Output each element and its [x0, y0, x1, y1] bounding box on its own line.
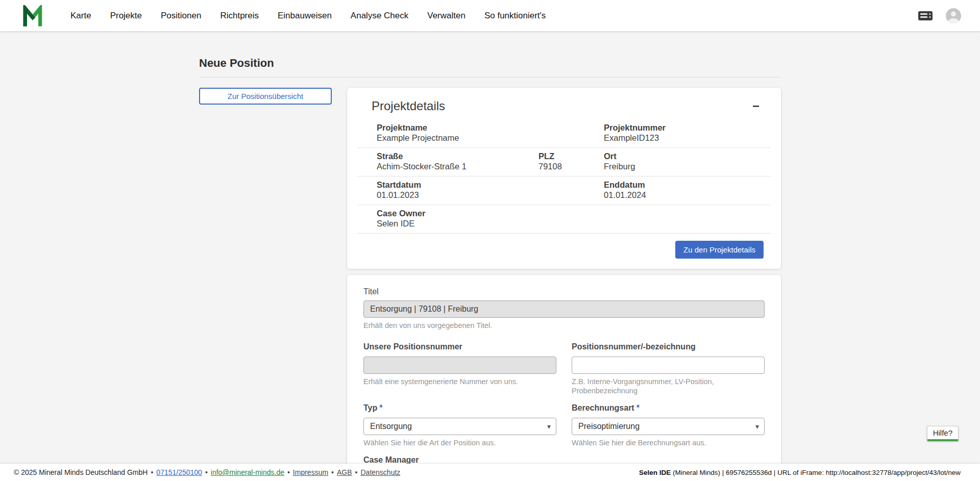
form-grid: Unsere Positionsnummer Erhält eine syste… [363, 342, 765, 481]
page-title: Neue Position [199, 57, 781, 70]
field-label: Enddatum [604, 180, 771, 190]
required-asterisk: * [636, 403, 640, 412]
session-details: (Mineral Minds) | 69576255536d | URL of … [671, 469, 961, 476]
field-value: Freiburg [604, 161, 771, 172]
project-row: Case Owner Selen IDE [357, 205, 771, 234]
titel-field: Titel Erhält den von uns vorgegebenen Ti… [363, 287, 765, 330]
unsere-positionsnummer-field: Unsere Positionsnummer Erhält eine syste… [363, 342, 556, 386]
field-startdatum: Startdatum 01.01.2023 [377, 180, 604, 200]
project-details-button[interactable]: Zu den Projektdetails [675, 241, 764, 259]
topbar-actions [918, 8, 962, 24]
device-icon [918, 10, 933, 21]
nav-item-positionen[interactable]: Positionen [161, 11, 201, 21]
field-value: Example Projectname [377, 133, 604, 143]
session-info: Selen IDE (Mineral Minds) | 69576255536d… [639, 469, 961, 476]
field-enddatum: Enddatum 01.01.2024 [604, 180, 771, 200]
unsere-positionsnummer-helper: Erhält eine systemgenerierte Nummer von … [363, 377, 556, 386]
field-strasse: Straße Achim-Stocker-Straße 1 [377, 151, 538, 172]
positionsnummer-helper: Z.B. Interne-Vorgangsnummer, LV-Position… [572, 377, 765, 395]
nav-item-verwalten[interactable]: Verwalten [427, 11, 465, 21]
app-logo[interactable] [22, 5, 44, 27]
field-value: 01.01.2023 [377, 190, 604, 200]
field-value: Selen IDE [377, 218, 604, 229]
nav-item-projekte[interactable]: Projekte [110, 11, 142, 21]
typ-select[interactable]: Entsorgung ▾ [363, 418, 556, 435]
agb-link[interactable]: AGB [337, 468, 352, 476]
field-label: Startdatum [377, 180, 604, 190]
titel-input [363, 300, 765, 318]
bullet-separator: • [205, 468, 208, 476]
typ-label-text: Typ [363, 403, 377, 412]
impressum-link[interactable]: Impressum [293, 468, 328, 476]
nav-item-analyse-check[interactable]: Analyse Check [351, 11, 408, 21]
positionsnummer-input[interactable] [572, 357, 765, 374]
mineral-minds-logo-icon [22, 5, 44, 27]
field-label: Ort [604, 151, 771, 161]
app-screen: Karte Projekte Positionen Richtpreis Ein… [0, 0, 980, 481]
typ-label: Typ* [363, 403, 556, 413]
field-value: 01.01.2024 [604, 190, 771, 200]
position-form-card: Titel Erhält den von uns vorgegebenen Ti… [347, 275, 781, 481]
field-value: Achim-Stocker-Straße 1 [377, 161, 538, 172]
berechnungsart-field: Berechnungsart* Preisoptimierung ▾ Wähle… [572, 403, 765, 447]
nav-item-richtpreis[interactable]: Richtpreis [220, 11, 259, 21]
project-card-header: Projektdetails − [347, 88, 781, 117]
titel-helper: Erhält den von uns vorgegebenen Titel. [363, 321, 765, 330]
positionsnummer-label: Positionsnummer/-bezeichnung [572, 342, 765, 351]
required-asterisk: * [379, 403, 382, 412]
field-projektname: Projektname Example Projectname [377, 122, 604, 143]
main-nav: Karte Projekte Positionen Richtpreis Ein… [70, 11, 546, 21]
project-fields: Projektname Example Projectname Projektn… [357, 119, 771, 234]
field-label: Projektname [377, 122, 604, 133]
phone-link[interactable]: 07151/250100 [156, 468, 202, 476]
positionsnummer-field: Positionsnummer/-bezeichnung Z.B. Intern… [572, 342, 765, 395]
field-ort: Ort Freiburg [604, 151, 771, 172]
titel-label: Titel [363, 287, 765, 296]
top-nav: Karte Projekte Positionen Richtpreis Ein… [0, 0, 980, 31]
berechnungsart-select[interactable]: Preisoptimierung ▾ [572, 418, 765, 435]
help-button[interactable]: Hilfe? [927, 426, 959, 441]
typ-field: Typ* Entsorgung ▾ Wählen Sie hier die Ar… [363, 403, 556, 447]
field-label: Straße [377, 151, 538, 161]
session-user: Selen IDE [639, 469, 671, 476]
unsere-positionsnummer-label: Unsere Positionsnummer [363, 342, 556, 351]
bullet-separator: • [151, 468, 153, 476]
project-card-title: Projektdetails [372, 99, 445, 113]
field-case-owner: Case Owner Selen IDE [377, 208, 604, 229]
field-value: 79108 [538, 161, 604, 172]
nav-item-einbauweisen[interactable]: Einbauweisen [278, 11, 332, 21]
project-row: Straße Achim-Stocker-Straße 1 PLZ 79108 … [357, 148, 771, 176]
project-row: Startdatum 01.01.2023 Enddatum 01.01.202… [357, 176, 771, 205]
bullet-separator: • [331, 468, 334, 476]
minus-icon: − [752, 99, 760, 113]
field-label: Case Owner [377, 208, 604, 218]
dropdown-caret-icon: ▾ [547, 422, 551, 431]
user-menu-button[interactable] [945, 8, 962, 24]
bullet-separator: • [287, 468, 290, 476]
field-label: PLZ [538, 151, 604, 161]
collapse-button[interactable]: − [752, 100, 760, 112]
typ-helper: Wählen Sie hier die Art der Position aus… [363, 438, 556, 447]
footer: © 2025 Mineral Minds Deutschland GmbH • … [0, 464, 980, 481]
field-label: Projektnummer [604, 122, 771, 133]
right-column: Projektdetails − Projektname Example Pro… [347, 88, 781, 481]
field-plz: PLZ 79108 [538, 151, 604, 172]
positions-overview-button[interactable]: Zur Positionsübersicht [199, 88, 332, 105]
nav-item-karte[interactable]: Karte [70, 11, 91, 21]
device-button[interactable] [918, 10, 933, 21]
nav-item-so-funktionierts[interactable]: So funktioniert's [484, 11, 546, 21]
main-content: Neue Position Zur Positionsübersicht Pro… [0, 31, 980, 481]
berechnungsart-label: Berechnungsart* [572, 403, 765, 413]
copyright-text: © 2025 Mineral Minds Deutschland GmbH [14, 468, 148, 476]
email-link[interactable]: info@mineral-minds.de [211, 468, 284, 476]
footer-links: © 2025 Mineral Minds Deutschland GmbH • … [14, 468, 400, 476]
left-column: Zur Positionsübersicht [199, 88, 332, 105]
typ-select-value: Entsorgung [370, 422, 412, 431]
project-row: Projektname Example Projectname Projektn… [357, 119, 771, 148]
field-value: ExampleID123 [604, 133, 771, 143]
title-divider [199, 77, 781, 78]
datenschutz-link[interactable]: Datenschutz [360, 468, 400, 476]
berechnungsart-label-text: Berechnungsart [572, 403, 634, 412]
berechnungsart-select-value: Preisoptimierung [578, 422, 640, 431]
user-avatar-icon [945, 8, 962, 24]
